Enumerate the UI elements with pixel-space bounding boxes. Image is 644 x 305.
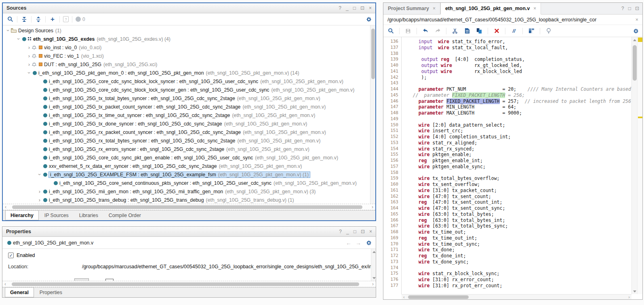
cut-icon[interactable]: [451, 27, 459, 35]
tree-item[interactable]: i_eth_sngl_10G_25G_tx_done_syncer : eth_…: [3, 119, 375, 128]
settings-gear-icon[interactable]: [633, 28, 639, 34]
tree-item[interactable]: i_eth_sngl_10G_25G_core_send_continuous_…: [3, 179, 375, 187]
tab-libraries[interactable]: Libraries: [74, 211, 103, 220]
scroll-right-icon[interactable]: ›: [372, 281, 374, 287]
tree-item[interactable]: ›i_eth_sngl_10G_25G_mii_gen_mon : eth_sn…: [3, 187, 375, 196]
scrollbar-thumb[interactable]: [408, 295, 469, 299]
tree-item[interactable]: i_eth_sngl_10G_25G_tx_total_bytes_syncer…: [3, 94, 375, 102]
scroll-left-icon[interactable]: ‹: [5, 204, 6, 210]
expand-arrow-icon[interactable]: ›: [37, 189, 42, 194]
expand-arrow-icon[interactable]: ›: [26, 53, 32, 58]
scroll-left-icon[interactable]: ‹: [403, 295, 405, 299]
clipped-button[interactable]: [74, 278, 89, 281]
editor-tab-eth-sngl-10g-25g-pkt-gen-mon-v[interactable]: eth_sngl_10G_25G_pkt_gen_mon.v×: [440, 3, 541, 15]
selection-marker-yellow[interactable]: [638, 117, 642, 118]
expand-arrow-icon[interactable]: ›: [26, 62, 32, 67]
maximize-icon[interactable]: □: [353, 5, 356, 11]
enabled-checkbox[interactable]: ✓: [8, 253, 14, 258]
close-icon[interactable]: ×: [369, 5, 372, 11]
tab-hierarchy[interactable]: Hierarchy: [5, 210, 39, 220]
close-tab-icon[interactable]: ×: [533, 6, 536, 11]
expand-all-icon[interactable]: [35, 16, 42, 23]
lightbulb-icon[interactable]: [545, 27, 552, 35]
paste-icon[interactable]: [476, 27, 483, 35]
minimize-icon[interactable]: _: [346, 229, 349, 234]
undo-icon[interactable]: [422, 27, 429, 35]
collapse-arrow-icon[interactable]: ›: [6, 28, 11, 33]
editor-horizontal-scrollbar[interactable]: ‹ ›: [402, 294, 631, 299]
tab-compile-order[interactable]: Compile Order: [104, 211, 146, 220]
toggle-column-view-icon[interactable]: [528, 27, 535, 35]
collapse-all-icon[interactable]: [21, 16, 28, 23]
sources-vertical-scrollbar[interactable]: [370, 25, 375, 204]
scrollbar-thumb[interactable]: [633, 45, 637, 81]
code-lines[interactable]: input wire stat_tx_fifo_error, input wir…: [402, 37, 631, 294]
editor-vertical-scrollbar[interactable]: [631, 37, 637, 294]
tree-item[interactable]: i_eth_sngl_10G_25G_core_cdc_sync_block_l…: [3, 86, 375, 94]
scroll-up-icon[interactable]: [373, 251, 376, 253]
delete-icon[interactable]: [493, 27, 500, 35]
properties-horizontal-scrollbar[interactable]: ‹ ›: [2, 281, 376, 287]
settings-gear-icon[interactable]: [366, 17, 372, 22]
tree-item[interactable]: i_eth_sngl_10G_25G_tx_packet_count_synce…: [3, 102, 375, 111]
help-icon[interactable]: ?: [339, 229, 342, 234]
minimize-icon[interactable]: _: [346, 5, 349, 11]
search-icon[interactable]: [6, 16, 14, 23]
tree-item[interactable]: ›DUT : eth_sngl_10G_25G(eth_sngl_10G_25G…: [3, 60, 375, 69]
tree-item[interactable]: i_eth_sngl_10G_25G_rx_packet_count_synce…: [3, 128, 375, 136]
scrollbar-thumb[interactable]: [371, 29, 375, 79]
expand-arrow-icon[interactable]: ›: [26, 45, 32, 50]
tree-item[interactable]: ›i_eth_sngl_10G_25G_trans_debug : eth_sn…: [3, 196, 375, 204]
close-path-icon[interactable]: ×: [632, 17, 638, 23]
float-icon[interactable]: ⊡: [635, 6, 639, 11]
tab-general[interactable]: General: [5, 287, 34, 297]
tree-item[interactable]: ›vio_inst : vio_0(vio_0.xci): [3, 43, 375, 52]
scroll-track[interactable]: [8, 282, 370, 286]
editor-tab-project-summary[interactable]: Project Summary×: [383, 3, 440, 14]
clipped-field[interactable]: [105, 279, 114, 281]
add-sources-icon[interactable]: +: [49, 16, 56, 23]
scroll-track[interactable]: [8, 205, 370, 209]
scroll-right-icon[interactable]: ›: [372, 204, 373, 210]
selected-tree-item[interactable]: i_eth_sngl_10G_25G_EXAMPLE_FSM : eth_sng…: [49, 172, 310, 178]
tree-item[interactable]: ›i_eth_sngl_10G_25G_pkt_gen_mon_0 : eth_…: [3, 69, 375, 77]
maximize-icon[interactable]: □: [354, 229, 356, 234]
scroll-down-icon[interactable]: [633, 290, 636, 292]
tree-item[interactable]: xxv_ethernet_5_rx_data_err_syncer : eth_…: [3, 162, 375, 170]
float-icon[interactable]: ⊡: [360, 5, 364, 11]
copy-icon[interactable]: [463, 27, 471, 35]
help-icon[interactable]: ?: [621, 6, 624, 11]
back-arrow-icon[interactable]: ←: [346, 240, 351, 246]
help-icon[interactable]: ?: [339, 5, 341, 11]
tree-item[interactable]: i_eth_sngl_10G_25G_rx_total_bytes_syncer…: [3, 136, 375, 145]
scrollbar-thumb[interactable]: [12, 282, 359, 286]
tree-item[interactable]: i_eth_sngl_10G_25G_core_cdc_sync_pkt_gen…: [3, 153, 375, 162]
tree-item[interactable]: ›vio_FEC : vio_1(vio_1.xci): [3, 52, 375, 60]
sources-horizontal-scrollbar[interactable]: ‹ ›: [3, 204, 375, 210]
maximize-icon[interactable]: □: [628, 6, 631, 11]
search-icon[interactable]: [387, 27, 394, 35]
properties-vertical-scrollbar[interactable]: [371, 249, 376, 281]
collapse-arrow-icon[interactable]: ›: [16, 36, 21, 42]
expand-arrow-icon[interactable]: ›: [37, 197, 42, 203]
scrollbar-thumb[interactable]: [12, 205, 362, 209]
tree-item[interactable]: ›i_eth_sngl_10G_25G_EXAMPLE_FSM : eth_sn…: [3, 170, 375, 179]
scroll-right-icon[interactable]: ›: [628, 295, 630, 299]
tab-properties[interactable]: Properties: [35, 288, 67, 297]
code-editor[interactable]: 1361371381391401411421431441451461471481…: [383, 37, 642, 299]
toggle-comment-icon[interactable]: //: [510, 27, 518, 35]
tree-item[interactable]: i_eth_sngl_10G_25G_tx_time_out_syncer : …: [3, 111, 375, 119]
close-tab-icon[interactable]: ×: [433, 6, 436, 11]
settings-gear-icon[interactable]: [366, 240, 372, 246]
close-icon[interactable]: ×: [369, 229, 372, 234]
scroll-left-icon[interactable]: ‹: [4, 281, 6, 287]
tab-ip-sources[interactable]: IP Sources: [40, 211, 74, 220]
collapse-arrow-icon[interactable]: ›: [37, 172, 42, 178]
tree-item[interactable]: ›Design Sources(1): [3, 26, 375, 35]
scroll-down-icon[interactable]: [373, 277, 376, 279]
scroll-up-icon[interactable]: [633, 39, 636, 41]
float-icon[interactable]: ⊡: [361, 229, 365, 234]
tree-item[interactable]: i_eth_sngl_10G_25G_rx_errors_syncer : et…: [3, 145, 375, 153]
collapse-arrow-icon[interactable]: ›: [27, 70, 32, 76]
forward-arrow-icon[interactable]: →: [356, 240, 361, 246]
